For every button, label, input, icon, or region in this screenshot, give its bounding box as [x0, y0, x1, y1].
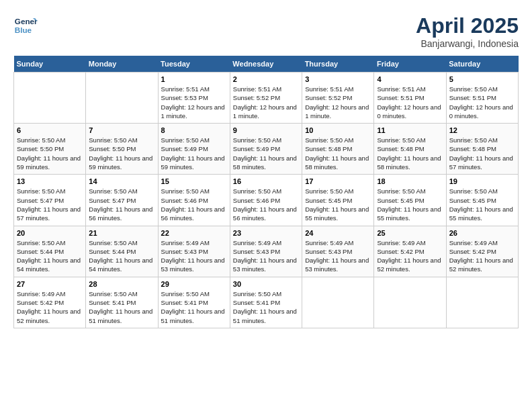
calendar-cell: 25Sunrise: 5:49 AMSunset: 5:42 PMDayligh… [374, 226, 446, 277]
day-number: 26 [449, 229, 515, 237]
day-info: Sunrise: 5:50 AMSunset: 5:51 PMDaylight:… [449, 85, 515, 120]
day-number: 25 [377, 229, 443, 237]
svg-text:Blue: Blue [15, 26, 32, 34]
day-number: 23 [233, 229, 299, 237]
calendar-week-2: 6Sunrise: 5:50 AMSunset: 5:50 PMDaylight… [14, 124, 519, 175]
calendar-cell: 17Sunrise: 5:50 AMSunset: 5:45 PMDayligh… [302, 175, 374, 226]
day-number: 30 [233, 280, 299, 288]
day-number: 24 [305, 229, 371, 237]
logo: General Blue [13, 13, 38, 38]
calendar-cell [302, 277, 374, 328]
calendar-cell: 14Sunrise: 5:50 AMSunset: 5:47 PMDayligh… [86, 175, 158, 226]
calendar-cell: 1Sunrise: 5:51 AMSunset: 5:53 PMDaylight… [158, 73, 230, 124]
day-number: 12 [449, 126, 515, 134]
day-number: 17 [305, 177, 371, 185]
calendar-cell: 12Sunrise: 5:50 AMSunset: 5:48 PMDayligh… [446, 124, 518, 175]
day-info: Sunrise: 5:50 AMSunset: 5:45 PMDaylight:… [449, 187, 515, 222]
day-number: 22 [161, 229, 227, 237]
day-info: Sunrise: 5:50 AMSunset: 5:48 PMDaylight:… [377, 136, 443, 171]
calendar-cell: 30Sunrise: 5:50 AMSunset: 5:41 PMDayligh… [230, 277, 302, 328]
weekday-header-sunday: Sunday [14, 56, 86, 73]
calendar-cell: 11Sunrise: 5:50 AMSunset: 5:48 PMDayligh… [374, 124, 446, 175]
day-info: Sunrise: 5:51 AMSunset: 5:53 PMDaylight:… [161, 85, 227, 120]
weekday-header-saturday: Saturday [446, 56, 518, 73]
calendar-table: SundayMondayTuesdayWednesdayThursdayFrid… [13, 56, 519, 328]
title-area: April 2025 Banjarwangi, Indonesia [416, 13, 519, 49]
day-info: Sunrise: 5:49 AMSunset: 5:42 PMDaylight:… [377, 238, 443, 274]
calendar-cell: 24Sunrise: 5:49 AMSunset: 5:43 PMDayligh… [302, 226, 374, 277]
day-info: Sunrise: 5:50 AMSunset: 5:50 PMDaylight:… [89, 136, 154, 171]
day-number: 11 [377, 126, 443, 134]
day-number: 3 [305, 75, 371, 83]
day-info: Sunrise: 5:49 AMSunset: 5:42 PMDaylight:… [17, 289, 83, 325]
calendar-cell: 27Sunrise: 5:49 AMSunset: 5:42 PMDayligh… [14, 277, 86, 328]
day-number: 27 [17, 280, 83, 288]
day-number: 4 [377, 75, 443, 83]
calendar-cell: 10Sunrise: 5:50 AMSunset: 5:48 PMDayligh… [302, 124, 374, 175]
day-info: Sunrise: 5:49 AMSunset: 5:42 PMDaylight:… [449, 238, 515, 274]
calendar-week-5: 27Sunrise: 5:49 AMSunset: 5:42 PMDayligh… [14, 277, 519, 328]
calendar-cell: 13Sunrise: 5:50 AMSunset: 5:47 PMDayligh… [14, 175, 86, 226]
day-info: Sunrise: 5:50 AMSunset: 5:45 PMDaylight:… [305, 187, 371, 222]
weekday-header-thursday: Thursday [302, 56, 374, 73]
calendar-cell [446, 277, 518, 328]
day-info: Sunrise: 5:49 AMSunset: 5:43 PMDaylight:… [161, 238, 227, 274]
weekday-header-wednesday: Wednesday [230, 56, 302, 73]
day-info: Sunrise: 5:50 AMSunset: 5:49 PMDaylight:… [161, 136, 227, 171]
calendar-cell: 22Sunrise: 5:49 AMSunset: 5:43 PMDayligh… [158, 226, 230, 277]
logo-icon: General Blue [13, 13, 38, 38]
day-number: 14 [89, 177, 154, 185]
day-info: Sunrise: 5:50 AMSunset: 5:48 PMDaylight:… [305, 136, 371, 171]
day-number: 6 [17, 126, 83, 134]
day-info: Sunrise: 5:49 AMSunset: 5:43 PMDaylight:… [233, 238, 299, 274]
calendar-week-3: 13Sunrise: 5:50 AMSunset: 5:47 PMDayligh… [14, 175, 519, 226]
day-info: Sunrise: 5:50 AMSunset: 5:47 PMDaylight:… [89, 187, 154, 222]
day-info: Sunrise: 5:51 AMSunset: 5:52 PMDaylight:… [233, 85, 299, 120]
day-number: 19 [449, 177, 515, 185]
calendar-cell: 18Sunrise: 5:50 AMSunset: 5:45 PMDayligh… [374, 175, 446, 226]
day-info: Sunrise: 5:50 AMSunset: 5:48 PMDaylight:… [449, 136, 515, 171]
day-info: Sunrise: 5:50 AMSunset: 5:49 PMDaylight:… [233, 136, 299, 171]
month-title: April 2025 [416, 13, 519, 38]
day-info: Sunrise: 5:50 AMSunset: 5:41 PMDaylight:… [161, 289, 227, 325]
weekday-header-tuesday: Tuesday [158, 56, 230, 73]
page-header: General Blue April 2025 Banjarwangi, Ind… [13, 13, 519, 49]
weekday-header-row: SundayMondayTuesdayWednesdayThursdayFrid… [14, 56, 519, 73]
day-number: 9 [233, 126, 299, 134]
day-info: Sunrise: 5:50 AMSunset: 5:47 PMDaylight:… [17, 187, 83, 222]
day-info: Sunrise: 5:50 AMSunset: 5:46 PMDaylight:… [233, 187, 299, 222]
day-info: Sunrise: 5:50 AMSunset: 5:45 PMDaylight:… [377, 187, 443, 222]
calendar-cell: 15Sunrise: 5:50 AMSunset: 5:46 PMDayligh… [158, 175, 230, 226]
calendar-cell: 3Sunrise: 5:51 AMSunset: 5:52 PMDaylight… [302, 73, 374, 124]
day-number: 13 [17, 177, 83, 185]
calendar-cell [86, 73, 158, 124]
calendar-cell: 29Sunrise: 5:50 AMSunset: 5:41 PMDayligh… [158, 277, 230, 328]
weekday-header-friday: Friday [374, 56, 446, 73]
calendar-cell: 6Sunrise: 5:50 AMSunset: 5:50 PMDaylight… [14, 124, 86, 175]
calendar-cell: 26Sunrise: 5:49 AMSunset: 5:42 PMDayligh… [446, 226, 518, 277]
day-info: Sunrise: 5:50 AMSunset: 5:41 PMDaylight:… [89, 289, 154, 325]
day-number: 20 [17, 229, 83, 237]
day-number: 8 [161, 126, 227, 134]
day-info: Sunrise: 5:51 AMSunset: 5:51 PMDaylight:… [377, 85, 443, 120]
calendar-cell [14, 73, 86, 124]
day-number: 2 [233, 75, 299, 83]
calendar-week-1: 1Sunrise: 5:51 AMSunset: 5:53 PMDaylight… [14, 73, 519, 124]
calendar-cell: 4Sunrise: 5:51 AMSunset: 5:51 PMDaylight… [374, 73, 446, 124]
weekday-header-monday: Monday [86, 56, 158, 73]
day-number: 29 [161, 280, 227, 288]
day-number: 21 [89, 229, 154, 237]
calendar-cell [374, 277, 446, 328]
calendar-cell: 21Sunrise: 5:50 AMSunset: 5:44 PMDayligh… [86, 226, 158, 277]
calendar-week-4: 20Sunrise: 5:50 AMSunset: 5:44 PMDayligh… [14, 226, 519, 277]
day-number: 10 [305, 126, 371, 134]
day-info: Sunrise: 5:50 AMSunset: 5:46 PMDaylight:… [161, 187, 227, 222]
day-info: Sunrise: 5:50 AMSunset: 5:44 PMDaylight:… [17, 238, 83, 274]
day-info: Sunrise: 5:50 AMSunset: 5:50 PMDaylight:… [17, 136, 83, 171]
svg-text:General: General [15, 17, 38, 26]
day-info: Sunrise: 5:50 AMSunset: 5:44 PMDaylight:… [89, 238, 154, 274]
calendar-cell: 19Sunrise: 5:50 AMSunset: 5:45 PMDayligh… [446, 175, 518, 226]
day-number: 15 [161, 177, 227, 185]
day-number: 28 [89, 280, 154, 288]
day-number: 16 [233, 177, 299, 185]
